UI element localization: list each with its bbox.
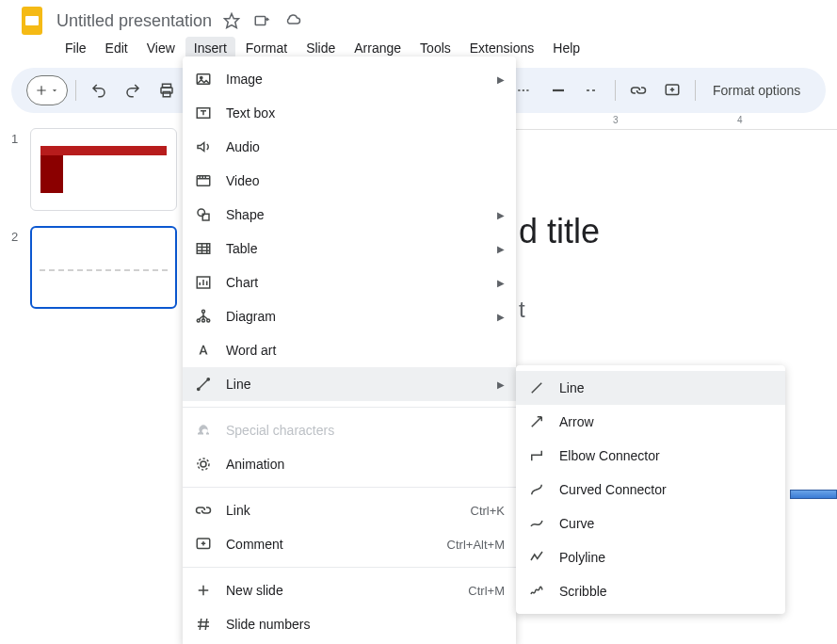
- line-scribble[interactable]: Scribble: [516, 574, 785, 608]
- menu-item-label: Chart: [226, 275, 484, 290]
- shortcut-text: Ctrl+Alt+M: [447, 538, 505, 552]
- insert-image[interactable]: Image▶: [183, 62, 516, 96]
- thumb-number: 2: [11, 226, 30, 244]
- new-slide-button[interactable]: [26, 75, 68, 105]
- menu-item-label: Scribble: [559, 584, 774, 599]
- submenu-arrow-icon: ▶: [497, 210, 505, 220]
- submenu-arrow-icon: ▶: [497, 278, 505, 288]
- document-title[interactable]: Untitled presentation: [56, 11, 212, 31]
- svg-point-9: [201, 76, 202, 78]
- line-dash-button[interactable]: [577, 75, 607, 105]
- line-arrow[interactable]: Arrow: [516, 405, 785, 439]
- menu-item-label: Arrow: [559, 414, 774, 429]
- menu-item-label: Curved Connector: [559, 482, 774, 497]
- omega-icon: [194, 421, 213, 440]
- redo-button[interactable]: [118, 75, 148, 105]
- menu-item-label: Table: [226, 241, 484, 256]
- separator: [695, 80, 696, 101]
- diagram-icon: [194, 307, 213, 326]
- separator: [75, 80, 76, 101]
- svg-point-12: [198, 209, 205, 217]
- undo-button[interactable]: [84, 75, 114, 105]
- insert-video[interactable]: Video: [183, 164, 516, 198]
- line-curve[interactable]: Curve: [516, 507, 785, 540]
- textbox-icon: [194, 104, 213, 122]
- menu-item-label: Image: [226, 72, 484, 87]
- submenu-arrow-icon: ▶: [497, 379, 505, 390]
- line-curved-connector[interactable]: Curved Connector: [516, 473, 785, 507]
- insert-slide-numbers[interactable]: Slide numbers: [183, 607, 516, 641]
- line-submenu-dropdown: LineArrowElbow ConnectorCurved Connector…: [516, 365, 785, 614]
- arrow-icon: [527, 412, 546, 431]
- svg-point-21: [207, 378, 209, 380]
- menu-item-label: Video: [226, 173, 505, 188]
- svg-point-20: [198, 388, 200, 390]
- hash-icon: [194, 615, 213, 634]
- menu-help[interactable]: Help: [544, 37, 588, 59]
- slide-thumbnail[interactable]: [30, 128, 177, 211]
- insert-text-box[interactable]: Text box: [183, 96, 516, 130]
- shape-icon: [194, 205, 213, 224]
- curved-icon: [527, 480, 546, 499]
- cloud-status-icon[interactable]: [283, 12, 302, 29]
- svg-rect-1: [25, 16, 39, 25]
- menu-item-label: Polyline: [559, 550, 774, 565]
- svg-rect-3: [255, 17, 266, 25]
- line-line[interactable]: Line: [516, 371, 785, 405]
- line-icon: [194, 375, 213, 394]
- svg-point-22: [201, 461, 206, 467]
- slide-thumbnail[interactable]: [30, 226, 177, 309]
- table-icon: [194, 239, 213, 258]
- line-polyline[interactable]: Polyline: [516, 540, 785, 574]
- insert-new-slide[interactable]: New slideCtrl+M: [183, 573, 516, 607]
- slide-panel: 12: [0, 113, 198, 644]
- svg-point-17: [197, 319, 200, 322]
- slides-logo[interactable]: [15, 4, 49, 38]
- slide-element[interactable]: [790, 490, 837, 499]
- menu-item-label: Diagram: [226, 309, 484, 324]
- insert-line[interactable]: Line▶: [183, 367, 516, 401]
- menu-view[interactable]: View: [138, 37, 184, 59]
- menu-file[interactable]: File: [56, 37, 95, 59]
- line-plain-icon: [527, 378, 546, 397]
- menu-edit[interactable]: Edit: [97, 37, 137, 59]
- submenu-arrow-icon: ▶: [497, 74, 505, 85]
- animation-icon: [194, 455, 213, 474]
- ruler-tick: 3: [613, 115, 619, 125]
- menu-item-label: Slide numbers: [226, 617, 505, 632]
- insert-comment-button[interactable]: [657, 75, 687, 105]
- menu-item-label: Word art: [226, 343, 505, 358]
- menu-item-label: Curve: [559, 516, 774, 531]
- menu-item-label: Line: [226, 377, 484, 392]
- polyline-icon: [527, 548, 546, 567]
- comment-icon: [194, 535, 213, 554]
- insert-comment[interactable]: CommentCtrl+Alt+M: [183, 527, 516, 561]
- submenu-arrow-icon: ▶: [497, 312, 505, 322]
- insert-shape[interactable]: Shape▶: [183, 198, 516, 232]
- svg-rect-14: [197, 244, 210, 254]
- chart-icon: [194, 273, 213, 292]
- insert-chart[interactable]: Chart▶: [183, 266, 516, 299]
- star-icon[interactable]: [223, 12, 240, 29]
- slide-subtitle-text: t: [519, 297, 525, 323]
- print-button[interactable]: [152, 75, 182, 105]
- svg-point-18: [207, 319, 210, 322]
- menu-item-label: New slide: [226, 583, 455, 598]
- menu-item-label: Line: [559, 380, 774, 395]
- elbow-icon: [527, 446, 546, 465]
- format-options-button[interactable]: Format options: [703, 79, 810, 102]
- insert-word-art[interactable]: Word art: [183, 333, 516, 367]
- insert-link-button[interactable]: [623, 75, 653, 105]
- separator: [183, 487, 516, 488]
- insert-animation[interactable]: Animation: [183, 447, 516, 481]
- insert-table[interactable]: Table▶: [183, 232, 516, 266]
- insert-link[interactable]: LinkCtrl+K: [183, 493, 516, 527]
- shortcut-text: Ctrl+M: [468, 584, 505, 598]
- line-elbow-connector[interactable]: Elbow Connector: [516, 439, 785, 473]
- menu-item-label: Shape: [226, 207, 484, 222]
- insert-diagram[interactable]: Diagram▶: [183, 299, 516, 333]
- line-weight-button[interactable]: [543, 75, 573, 105]
- move-icon[interactable]: [253, 12, 270, 29]
- insert-audio[interactable]: Audio: [183, 130, 516, 164]
- ruler-tick: 4: [737, 115, 743, 125]
